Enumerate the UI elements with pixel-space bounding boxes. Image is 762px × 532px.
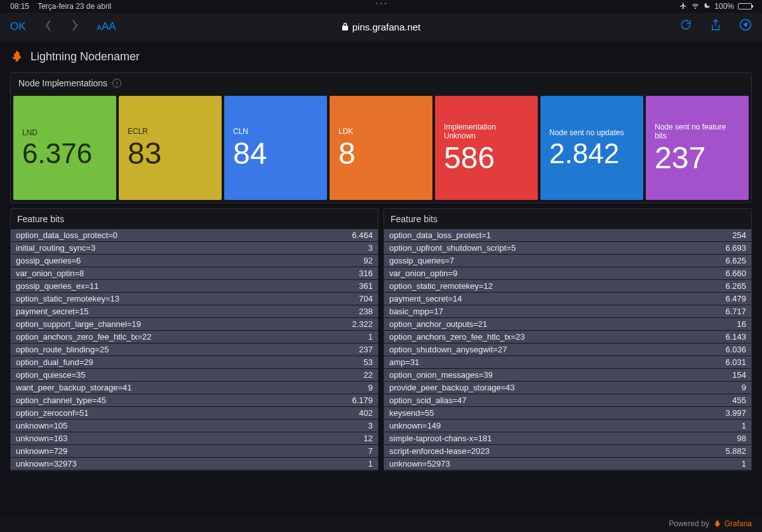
status-left: 08:15 Terça-feira 23 de abril [10,2,111,11]
table-row[interactable]: amp=316.031 [384,356,751,368]
table-row[interactable]: provide_peer_backup_storage=439 [384,382,751,394]
text-size-button[interactable]: AAA [97,20,116,33]
table-row[interactable]: gossip_queries=76.625 [384,255,751,267]
table-row[interactable]: option_static_remotekey=126.265 [384,280,751,292]
back-button[interactable] [44,19,53,35]
table-row[interactable]: payment_secret=146.479 [384,293,751,305]
table-row[interactable]: unknown=7297 [11,445,378,457]
row-node-implementations: Node Implementations i LND6.376ECLR83CLN… [10,72,752,203]
table-row[interactable]: keysend=553.997 [384,407,751,419]
stat-panel[interactable]: Node sent no feature bits237 [646,96,749,200]
table-row[interactable]: option_anchors_zero_fee_htlc_tx=236.143 [384,331,751,343]
row-key: option_data_loss_protect=0 [16,230,117,240]
row-key: option_static_remotekey=13 [16,294,119,303]
row-value: 254 [727,230,746,240]
reload-button[interactable] [679,18,692,36]
stats-row: LND6.376ECLR83CLN84LDK8Implementation Un… [11,93,751,203]
table-title: Feature bits [11,209,378,229]
row-value: 402 [354,408,373,418]
stat-label: CLN [233,127,318,136]
row-value: 704 [354,294,373,303]
table-row[interactable]: option_zeroconf=51402 [11,407,378,419]
stat-label: LDK [338,127,424,136]
table-row[interactable]: initial_routing_sync=33 [11,242,378,254]
ipad-status-bar: 08:15 Terça-feira 23 de abril 100% [0,0,762,13]
row-header[interactable]: Node Implementations i [11,73,751,93]
stat-label: Node sent no updates [549,128,634,137]
row-key: script-enforced-lease=2023 [389,446,490,456]
row-key: option_data_loss_protect=1 [389,230,491,240]
share-button[interactable] [710,18,721,36]
table-panel: Feature bitsoption_data_loss_protect=125… [384,208,752,471]
row-key: simple-taproot-chans-x=181 [389,434,492,443]
stat-panel[interactable]: LDK8 [330,96,432,200]
done-button[interactable]: OK [10,20,26,33]
table-row[interactable]: unknown=529731 [384,458,751,470]
info-icon[interactable]: i [112,79,121,88]
table-row[interactable]: option_quiesce=3522 [11,369,378,381]
stat-panel[interactable]: ECLR83 [119,96,222,200]
stat-panel[interactable]: Implementation Unknown586 [435,96,538,200]
forward-button[interactable] [70,19,79,35]
row-value: 1 [363,332,373,342]
table-row[interactable]: unknown=329731 [11,458,378,470]
table-row[interactable]: option_anchors_zero_fee_htlc_tx=221 [11,331,378,343]
table-row[interactable]: script-enforced-lease=20235.882 [384,445,751,457]
table-row[interactable]: unknown=1491 [384,420,751,432]
row-key: unknown=163 [16,434,67,443]
row-key: payment_secret=15 [16,307,89,316]
row-value: 361 [354,281,373,291]
table-row[interactable]: option_scid_alias=47455 [384,394,751,406]
status-date: Terça-feira 23 de abril [37,2,111,11]
page-dots [376,3,387,4]
stat-value: 2.842 [549,140,634,168]
row-key: gossip_queries=7 [389,256,454,265]
compass-icon[interactable] [739,18,752,36]
row-value: 6.036 [720,345,746,354]
table-row[interactable]: option_upfront_shutdown_script=56.693 [384,242,751,254]
table-row[interactable]: option_static_remotekey=13704 [11,293,378,305]
row-key: option_static_remotekey=12 [389,281,493,291]
table-row[interactable]: option_channel_type=456.179 [11,394,378,406]
row-value: 6.693 [720,243,746,253]
table-row[interactable]: unknown=1053 [11,420,378,432]
table-panel: Feature bitsoption_data_loss_protect=06.… [10,208,378,471]
table-row[interactable]: simple-taproot-chans-x=18198 [384,432,751,444]
stat-panel[interactable]: Node sent no updates2.842 [540,96,643,200]
table-row[interactable]: gossip_queries_ex=11361 [11,280,378,292]
table-row[interactable]: option_support_large_channel=192.322 [11,318,378,330]
stat-panel[interactable]: CLN84 [224,96,327,200]
row-value: 6.031 [720,357,746,367]
row-value: 5.882 [720,446,746,456]
table-row[interactable]: payment_secret=15238 [11,305,378,317]
table-row[interactable]: option_onion_messages=39154 [384,369,751,381]
table-row[interactable]: gossip_queries=692 [11,255,378,267]
row-key: option_dual_fund=29 [16,357,93,367]
battery-percent: 100% [714,2,734,11]
table-row[interactable]: option_shutdown_anysegwit=276.036 [384,343,751,356]
footer-brand[interactable]: Grafana [713,519,752,528]
row-key: provide_peer_backup_storage=43 [389,383,515,392]
table-row[interactable]: var_onion_optin=8316 [11,267,378,279]
table-row[interactable]: unknown=16312 [11,432,378,444]
table-row[interactable]: basic_mpp=176.717 [384,305,751,317]
row-title: Node Implementations [18,78,107,88]
table-row[interactable]: want_peer_backup_storage=419 [11,382,378,394]
table-row[interactable]: option_dual_fund=2953 [11,356,378,368]
row-key: amp=31 [389,357,419,367]
table-title: Feature bits [384,209,751,229]
row-key: basic_mpp=17 [389,307,443,316]
row-value: 12 [359,434,373,443]
row-value: 16 [732,319,746,329]
table-row[interactable]: option_anchor_outputs=2116 [384,318,751,330]
row-value: 92 [359,256,373,265]
row-value: 154 [727,370,746,380]
table-row[interactable]: option_route_blinding=25237 [11,343,378,356]
stat-value: 237 [655,143,740,173]
table-row[interactable]: option_data_loss_protect=1254 [384,229,751,241]
table-row[interactable]: var_onion_optin=96.660 [384,267,751,279]
stat-panel[interactable]: LND6.376 [13,96,116,200]
row-value: 9 [737,383,746,392]
url-bar[interactable]: pins.grafana.net [196,22,566,32]
table-row[interactable]: option_data_loss_protect=06.464 [11,229,378,241]
